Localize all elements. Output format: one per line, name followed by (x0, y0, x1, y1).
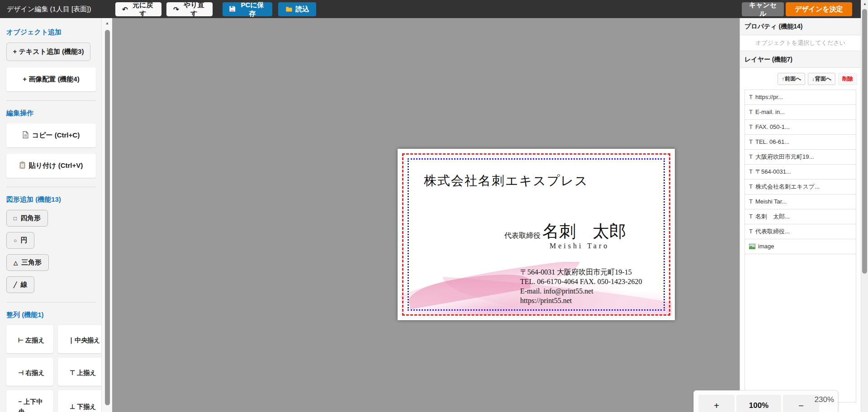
page-scrollbar[interactable]: ▲ (861, 0, 868, 412)
text-layer-icon: T (749, 153, 753, 160)
redo-button[interactable]: ↷ やり直す (166, 2, 213, 16)
layer-label: https://pr... (755, 94, 783, 100)
copy-label: コピー (Ctrl+C) (32, 131, 80, 140)
send-back-label: 背面へ (815, 76, 831, 82)
text-layer-icon: T (749, 123, 753, 130)
align-right-icon: ⊣ (18, 369, 24, 376)
card-jobtitle-text[interactable]: 代表取締役 (504, 231, 541, 241)
add-text-button[interactable]: + テキスト追加 (機能3) (6, 43, 90, 61)
align-left-icon: ⊢ (18, 336, 24, 344)
redo-label: やり直す (182, 1, 206, 18)
align-center-label: 中央揃え (75, 336, 100, 344)
zoom-out-button[interactable]: − (783, 395, 819, 412)
align-grid: ⊢左揃え ∣中央揃え ⊣右揃え ⊤上揃え −上下中央 ⊥下揃え (6, 325, 96, 412)
align-right-button[interactable]: ⊣右揃え (6, 358, 53, 386)
card-roman-name-text[interactable]: Meishi Taro (550, 242, 609, 250)
edit-ops-heading: 編集操作 (6, 109, 96, 118)
text-layer-icon: T (749, 213, 753, 220)
floppy-icon (229, 5, 236, 14)
layer-row-url[interactable]: Thttps://pr... (745, 90, 856, 105)
arrow-down-icon: ↓ (812, 76, 815, 81)
bring-to-front-button[interactable]: ↑前面へ (778, 73, 805, 85)
load-button[interactable]: 読込 (278, 2, 316, 16)
layer-row-postal[interactable]: T〒564-0031... (745, 165, 856, 180)
bring-front-label: 前面へ (785, 76, 801, 82)
circle-label: 円 (20, 236, 27, 244)
card-address-block[interactable]: 〒564-0031 大阪府吹田市元町19-15 TEL. 06-6170-406… (520, 267, 642, 305)
divider (6, 187, 96, 187)
circle-icon: ○ (14, 237, 17, 244)
copy-button[interactable]: コピー (Ctrl+C) (6, 123, 96, 147)
add-image-button[interactable]: + 画像配置 (機能4) (6, 67, 96, 91)
triangle-icon: △ (14, 260, 18, 266)
layer-label: Meishi Tar... (755, 198, 787, 205)
paste-button[interactable]: 貼り付け (Ctrl+V) (6, 154, 96, 178)
rectangle-label: 四角形 (20, 214, 41, 222)
cancel-button[interactable]: キャンセル (742, 2, 784, 16)
layer-list: Thttps://pr... TE-mail. in... TFAX. 050-… (745, 90, 856, 403)
sidebar-scrollbar-thumb[interactable] (105, 30, 110, 405)
layer-label: 大阪府吹田市元町19... (755, 153, 814, 160)
layer-label: TEL. 06-61... (755, 138, 789, 145)
add-triangle-button[interactable]: △三角形 (6, 254, 49, 271)
align-center-button[interactable]: ∣中央揃え (58, 325, 101, 353)
layer-label: 名刺 太郎... (755, 213, 790, 220)
layer-row-jobtitle[interactable]: T代表取締役... (745, 224, 856, 239)
card-postal-text[interactable]: 〒564-0031 大阪府吹田市元町19-15 (520, 267, 642, 277)
zoom-level-button[interactable]: 100% (736, 395, 781, 412)
shape-add-heading: 図形追加 (機能13) (6, 195, 96, 204)
redo-icon: ↷ (173, 5, 179, 14)
properties-placeholder: オブジェクトを選択してください (740, 35, 861, 51)
align-center-icon: ∣ (70, 336, 73, 344)
align-bottom-icon: ⊥ (70, 403, 75, 410)
align-top-icon: ⊤ (70, 369, 75, 376)
design-canvas[interactable]: 株式会社名刺エキスプレス 代表取締役 名刺 太郎 Meishi Taro 〒56… (112, 18, 740, 412)
layer-row-image[interactable]: image (745, 239, 856, 254)
card-telfax-text[interactable]: TEL. 06-6170-4064 FAX. 050-1423-2620 (520, 277, 642, 286)
page-scrollbar-thumb[interactable] (862, 9, 867, 274)
line-icon: ╱ (14, 282, 17, 288)
add-line-button[interactable]: ╱線 (6, 276, 34, 293)
document-icon (23, 131, 28, 140)
delete-layer-button[interactable]: 削除 (838, 73, 857, 85)
card-name-text[interactable]: 名刺 太郎 (542, 220, 626, 243)
triangle-label: 三角形 (21, 258, 42, 266)
layer-row-fax[interactable]: TFAX. 050-1... (745, 120, 856, 135)
card-email-text[interactable]: E-mail. info@print55.net (520, 286, 642, 296)
card-company-text[interactable]: 株式会社名刺エキスプレス (424, 172, 588, 189)
align-bottom-button[interactable]: ⊥下揃え (58, 390, 101, 412)
card-url-text[interactable]: https://print55.net (520, 296, 642, 305)
align-heading: 整列 (機能1) (6, 311, 96, 319)
business-card[interactable]: 株式会社名刺エキスプレス 代表取締役 名刺 太郎 Meishi Taro 〒56… (398, 149, 675, 320)
layer-row-tel[interactable]: TTEL. 06-61... (745, 135, 856, 150)
zoom-max-label: 230% (815, 395, 834, 404)
text-layer-icon: T (749, 109, 753, 115)
add-circle-button[interactable]: ○円 (6, 232, 34, 249)
zoom-in-button[interactable]: + (698, 395, 735, 412)
add-rectangle-button[interactable]: □四角形 (6, 210, 48, 227)
sidebar-scrollbar[interactable]: ▲ (101, 18, 112, 412)
align-right-label: 右揃え (25, 369, 44, 376)
layer-row-address[interactable]: T大阪府吹田市元町19... (745, 150, 856, 165)
send-to-back-button[interactable]: ↓背面へ (808, 73, 835, 85)
undo-button[interactable]: ↶ 元に戻す (115, 2, 161, 16)
layer-label: E-mail. in... (755, 109, 785, 115)
confirm-design-button[interactable]: デザインを決定 (786, 2, 852, 16)
properties-heading: プロパティ (機能14) (740, 18, 861, 35)
align-vcenter-button[interactable]: −上下中央 (6, 390, 53, 412)
layer-row-email[interactable]: TE-mail. in... (745, 105, 856, 120)
text-layer-icon: T (749, 94, 753, 100)
scroll-up-icon[interactable]: ▲ (102, 21, 113, 25)
align-top-button[interactable]: ⊤上揃え (58, 358, 101, 386)
save-to-pc-button[interactable]: PCに保存 (223, 2, 272, 16)
layer-row-roman-name[interactable]: TMeishi Tar... (745, 194, 856, 209)
layers-heading: レイヤー (機能7) (740, 51, 861, 68)
paste-label: 貼り付け (Ctrl+V) (29, 161, 83, 170)
layer-row-company[interactable]: T株式会社名刺エキスプ... (745, 180, 856, 194)
undo-label: 元に戻す (131, 1, 155, 18)
layer-row-name[interactable]: T名刺 太郎... (745, 209, 856, 224)
align-vcenter-icon: − (18, 398, 22, 405)
align-left-button[interactable]: ⊢左揃え (6, 325, 53, 353)
scroll-up-icon[interactable]: ▲ (861, 2, 868, 6)
zoom-controls: + 100% − 230% (693, 390, 838, 412)
